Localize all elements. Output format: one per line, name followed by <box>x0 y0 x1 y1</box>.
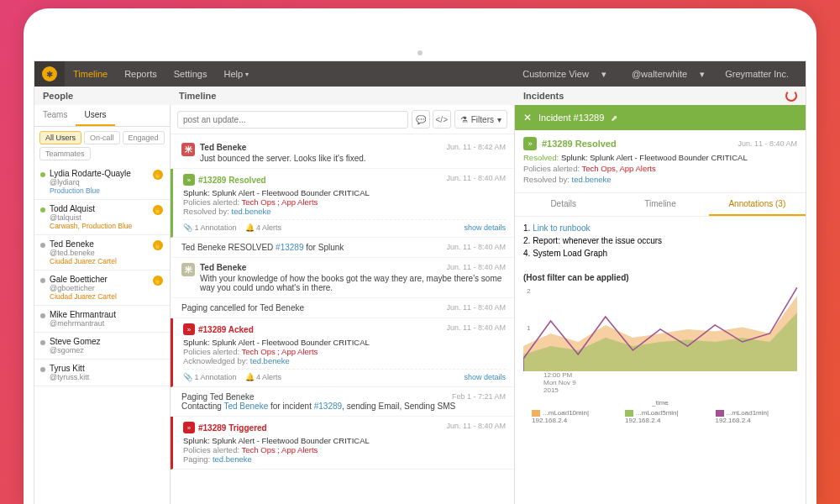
incident-title[interactable]: #13289 Acked <box>198 325 254 334</box>
alert-count[interactable]: 🔔 4 Alerts <box>245 223 282 232</box>
avatar: 米 <box>181 143 195 156</box>
by-link[interactable]: ted.beneke <box>232 207 271 216</box>
incident-tab-annotations[interactable]: Annotations (3) <box>709 193 806 216</box>
people-tab-users[interactable]: Users <box>76 105 114 126</box>
show-details-link[interactable]: show details <box>464 373 506 381</box>
badge-icon: » <box>523 137 537 150</box>
user-item[interactable]: Steve Gomez @sgomez <box>34 333 170 360</box>
incident-tab-details[interactable]: Details <box>515 193 612 216</box>
by-link[interactable]: ted.beneke <box>213 454 252 464</box>
item-time: Jun. 11 - 8:42 AM <box>446 143 506 151</box>
user-item[interactable]: Gale Boetticher @gboetticher Ciudad Juar… <box>34 270 170 306</box>
chip-teammates[interactable]: Teammates <box>39 147 91 160</box>
user-item[interactable]: Lydia Rodarte-Quayle @lydiarq Production… <box>34 165 170 200</box>
user-item[interactable]: Tyrus Kitt @tyruss.kitt <box>34 360 170 386</box>
policies-value: Tech Ops ; App Alerts <box>242 347 318 356</box>
annotation-item: 1. Link to runbook <box>523 223 797 233</box>
annotation-num: 1. <box>523 223 533 233</box>
resolvedby-link[interactable]: ted.beneke <box>572 175 612 184</box>
annotation-link[interactable]: Link to runbook <box>533 223 590 233</box>
chart-title: (Host filter can be applied) <box>523 273 797 282</box>
chevron-down-icon: ▾ <box>596 69 612 79</box>
incidents-header: Incidents <box>523 91 564 101</box>
nav-timeline[interactable]: Timeline <box>65 61 116 87</box>
external-link-icon[interactable]: ⬈ <box>611 113 617 123</box>
load-chart: 2 1 <box>523 287 797 371</box>
x-tick: 12:00 PM <box>543 371 572 379</box>
timeline-panel: 💬 </> ⚗Filters ▾ Jun. 11 - 8:42 AM 米 Ted… <box>171 105 515 504</box>
timeline-item: Jun. 11 - 8:40 AM Ted Beneke RESOLVED #1… <box>171 238 514 258</box>
filter-icon: ⚗ <box>460 115 468 124</box>
presence-dot <box>40 243 45 248</box>
filters-button[interactable]: ⚗Filters ▾ <box>454 110 507 129</box>
user-handle: @ted.beneke <box>50 249 163 257</box>
presence-dot <box>40 207 45 213</box>
x-date: Mon Nov 9 <box>543 379 576 386</box>
policies-value: Tech Ops, App Alerts <box>582 164 656 173</box>
post-update-input[interactable] <box>177 111 408 129</box>
annotation-count[interactable]: 📎 1 Annotation <box>183 373 237 381</box>
app-logo[interactable]: ✱ <box>34 61 65 87</box>
show-details-link[interactable]: show details <box>464 223 506 232</box>
resolvedby-label: Resolved by: <box>523 175 572 184</box>
alert-count[interactable]: 🔔 4 Alerts <box>245 373 282 381</box>
nav-help[interactable]: Help▾ <box>215 61 257 87</box>
event-text: Ted Beneke RESOLVED <box>181 243 276 252</box>
policies-value: Tech Ops ; App Alerts <box>242 445 318 454</box>
legend-swatch <box>625 410 633 417</box>
user-link[interactable]: Ted Beneke <box>223 402 268 411</box>
timeline-item: Jun. 11 - 8:40 AM » #13289 Triggered Spl… <box>171 417 514 470</box>
incident-title: Incident #13289 <box>538 113 604 123</box>
by-link[interactable]: ted.beneke <box>250 356 290 365</box>
code-icon[interactable]: </> <box>433 110 451 129</box>
refresh-icon[interactable] <box>785 90 797 102</box>
user-item[interactable]: Ted Beneke @ted.beneke Ciudad Juarez Car… <box>34 235 170 270</box>
avatar: 米 <box>181 263 195 276</box>
incident-title[interactable]: #13289 Triggered <box>198 423 267 433</box>
event-text: Contacting <box>181 402 223 411</box>
hand-icon: ✋ <box>153 240 163 250</box>
x-year: 2015 <box>543 386 559 394</box>
people-tab-teams[interactable]: Teams <box>34 105 76 126</box>
incident-alert: Splunk: Splunk Alert - Fleetwood Bounder… <box>183 188 506 197</box>
presence-dot <box>40 367 45 372</box>
chat-icon[interactable]: 💬 <box>412 110 430 129</box>
incident-time: Jun. 11 - 8:40 AM <box>738 139 797 148</box>
legend-swatch <box>716 410 724 417</box>
timeline-item: Jun. 11 - 8:40 AM 米 Ted BenekeWith your … <box>171 258 514 298</box>
incident-alert: Splunk: Splunk Alert - Fleetwood Bounder… <box>183 338 506 347</box>
chevron-down-icon: ▾ <box>497 115 501 124</box>
hand-icon: ✋ <box>153 170 163 180</box>
by-label: Paging: <box>183 454 213 464</box>
chip-all-users[interactable]: All Users <box>39 131 81 144</box>
user-handle: @tyruss.kitt <box>50 373 163 381</box>
chip-engaged[interactable]: Engaged <box>123 131 165 144</box>
customize-view-menu[interactable]: Customize View ▾ <box>512 69 617 80</box>
user-item[interactable]: Mike Ehrmantraut @mehrmantraut <box>34 306 170 333</box>
timeline-item: Jun. 11 - 8:42 AM 米 Ted BenekeJust bounc… <box>171 138 514 169</box>
incident-link[interactable]: #13289 <box>314 402 342 411</box>
incident-tab-timeline[interactable]: Timeline <box>612 193 708 216</box>
incident-link[interactable]: #13289 <box>276 243 303 252</box>
user-item[interactable]: Todd Alquist @talquist Carwash, Producti… <box>34 200 170 235</box>
user-team: Production Blue <box>50 186 163 195</box>
legend-item: ...mLoad5min| 192.168.2.4 <box>625 409 698 424</box>
presence-dot <box>40 340 45 345</box>
annotation-count[interactable]: 📎 1 Annotation <box>183 223 237 232</box>
current-user-menu[interactable]: @walterwhite ▾ <box>622 69 715 80</box>
item-time: Jun. 11 - 8:40 AM <box>446 243 506 251</box>
incident-header: ✕ Incident #13289 ⬈ <box>515 105 806 130</box>
timeline-item: Jun. 11 - 8:40 AM » #13289 Resolved Splu… <box>171 169 514 238</box>
policies-label: Policies alerted: <box>183 197 242 207</box>
annotation-text: Report: whenever the issue occurs <box>533 236 662 245</box>
top-bar: ✱ TimelineReportsSettingsHelp▾ Customize… <box>34 61 806 87</box>
event-text: Paging cancelled for Ted Beneke <box>181 303 304 312</box>
nav-settings[interactable]: Settings <box>165 61 216 87</box>
chip-on-call[interactable]: On-call <box>84 131 120 144</box>
timeline-item: Jun. 11 - 8:40 AM Paging cancelled for T… <box>171 298 514 318</box>
close-icon[interactable]: ✕ <box>523 112 532 123</box>
chevron-down-icon: ▾ <box>245 71 249 78</box>
incident-title[interactable]: #13289 Resolved <box>198 176 266 185</box>
badge-icon: » <box>183 422 195 433</box>
nav-reports[interactable]: Reports <box>116 61 165 87</box>
